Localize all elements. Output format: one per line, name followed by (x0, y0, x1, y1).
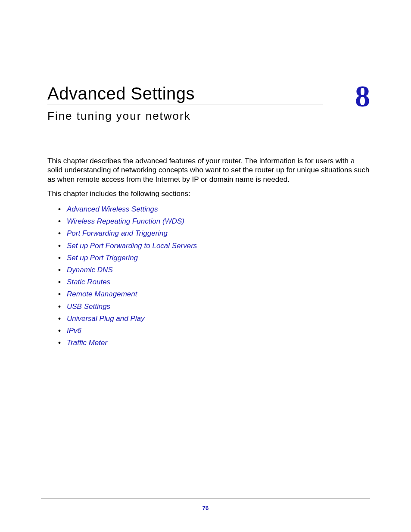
toc-link-port-triggering[interactable]: Set up Port Triggering (67, 254, 138, 262)
toc-item: •Wireless Repeating Function (WDS) (67, 215, 370, 227)
bullet-icon: • (58, 337, 61, 348)
toc-link-remote-mgmt[interactable]: Remote Management (67, 290, 137, 298)
toc-link-upnp[interactable]: Universal Plug and Play (67, 314, 144, 323)
toc-item: •Dynamic DNS (67, 264, 370, 276)
toc-link-ipv6[interactable]: IPv6 (67, 327, 81, 335)
bullet-icon: • (58, 203, 61, 215)
title-block: Advanced Settings Fine tuning your netwo… (47, 84, 346, 123)
toc-link-port-fwd-local[interactable]: Set up Port Forwarding to Local Servers (67, 242, 197, 250)
footer-rule (41, 498, 370, 498)
toc-link-static-routes[interactable]: Static Routes (67, 278, 110, 286)
chapter-header: Advanced Settings Fine tuning your netwo… (47, 84, 370, 123)
toc-link-port-fwd-trig[interactable]: Port Forwarding and Triggering (67, 229, 168, 237)
chapter-number: 8 (355, 81, 370, 112)
bullet-icon: • (58, 276, 61, 288)
toc-link-wds[interactable]: Wireless Repeating Function (WDS) (67, 217, 184, 225)
toc-item: •IPv6 (67, 325, 370, 336)
chapter-subtitle: Fine tuning your network (47, 109, 346, 123)
document-page: Advanced Settings Fine tuning your netwo… (0, 0, 411, 532)
intro-block: This chapter describes the advanced feat… (47, 156, 370, 198)
title-rule (47, 105, 323, 105)
chapter-title: Advanced Settings (47, 84, 346, 103)
toc-item: •Port Forwarding and Triggering (67, 227, 370, 239)
toc-item: •Advanced Wireless Settings (67, 203, 370, 215)
toc-item: •Traffic Meter (67, 337, 370, 348)
bullet-icon: • (58, 215, 61, 227)
toc-item: •Set up Port Triggering (67, 252, 370, 264)
bullet-icon: • (58, 313, 61, 324)
bullet-icon: • (58, 252, 61, 264)
intro-paragraph-2: This chapter includes the following sect… (47, 189, 370, 198)
toc-list: •Advanced Wireless Settings •Wireless Re… (47, 203, 370, 348)
toc-link-dynamic-dns[interactable]: Dynamic DNS (67, 266, 113, 274)
toc-item: •Remote Management (67, 288, 370, 300)
toc-item: •Set up Port Forwarding to Local Servers (67, 240, 370, 252)
toc-link-advanced-wireless[interactable]: Advanced Wireless Settings (67, 205, 158, 213)
bullet-icon: • (58, 227, 61, 239)
toc-link-traffic-meter[interactable]: Traffic Meter (67, 339, 107, 347)
bullet-icon: • (58, 264, 61, 276)
bullet-icon: • (58, 301, 61, 312)
toc-item: •USB Settings (67, 301, 370, 312)
toc-link-usb-settings[interactable]: USB Settings (67, 302, 110, 311)
intro-paragraph-1: This chapter describes the advanced feat… (47, 156, 370, 184)
bullet-icon: • (58, 325, 61, 336)
toc-item: •Universal Plug and Play (67, 313, 370, 324)
toc-item: •Static Routes (67, 276, 370, 288)
bullet-icon: • (58, 288, 61, 300)
bullet-icon: • (58, 240, 61, 252)
page-number: 76 (0, 505, 411, 511)
